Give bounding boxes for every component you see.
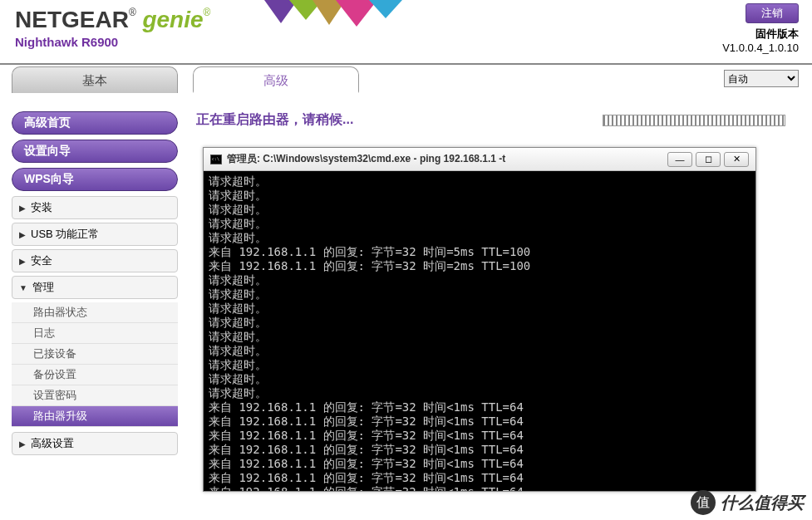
sidebar-wizard[interactable]: 设置向导 (12, 140, 178, 163)
close-button[interactable]: ✕ (724, 152, 749, 167)
tab-basic[interactable]: 基本 (12, 66, 178, 93)
brand-netgear: NETGEAR (15, 7, 129, 32)
sidebar-usb[interactable]: ▶USB 功能正常 (12, 223, 178, 246)
cmd-title-text: 管理员: C:\Windows\system32\cmd.exe - ping … (227, 152, 667, 166)
sidebar-admin-backup[interactable]: 备份设置 (12, 365, 178, 385)
logout-button[interactable]: 注销 (746, 3, 799, 23)
cmd-titlebar[interactable]: 管理员: C:\Windows\system32\cmd.exe - ping … (204, 148, 755, 171)
chevron-right-icon: ▶ (19, 204, 26, 213)
sidebar-adv-setup[interactable]: ▶高级设置 (12, 432, 178, 455)
chevron-down-icon: ▼ (19, 283, 27, 292)
watermark: 值 什么值得买 (691, 490, 804, 515)
firmware-label: 固件版本 (722, 27, 799, 42)
cmd-window: 管理员: C:\Windows\system32\cmd.exe - ping … (203, 147, 756, 492)
sidebar-home[interactable]: 高级首页 (12, 111, 178, 135)
language-select[interactable]: 自动 (724, 70, 799, 87)
sidebar-admin-attached[interactable]: 已接设备 (12, 344, 178, 365)
sidebar: 高级首页 设置向导 WPS向导 ▶安装 ▶USB 功能正常 ▶安全 ▼管理 路由… (12, 111, 178, 459)
sidebar-admin-status[interactable]: 路由器状态 (12, 302, 178, 323)
firmware-version: V1.0.0.4_1.0.10 (722, 42, 799, 54)
chevron-right-icon: ▶ (19, 230, 26, 239)
minimize-button[interactable]: — (667, 152, 692, 167)
model-name: Nighthawk R6900 (0, 35, 812, 49)
sidebar-admin-log[interactable]: 日志 (12, 323, 178, 344)
chevron-right-icon: ▶ (19, 439, 26, 449)
sidebar-install[interactable]: ▶安装 (12, 196, 178, 219)
brand-genie: genie (142, 7, 203, 32)
maximize-button[interactable]: ◻ (696, 152, 721, 167)
decorative-triangles (264, 0, 431, 32)
cmd-output: 请求超时。 请求超时。 请求超时。 请求超时。 请求超时。 来自 192.168… (204, 171, 755, 491)
reg-icon: ® (204, 7, 211, 18)
reg-icon: ® (129, 7, 136, 18)
svg-marker-4 (369, 0, 402, 18)
sidebar-admin[interactable]: ▼管理 (12, 276, 178, 299)
sidebar-wps[interactable]: WPS向导 (12, 168, 178, 191)
cmd-icon (210, 155, 222, 164)
svg-marker-3 (336, 0, 377, 27)
sidebar-admin-upgrade[interactable]: 路由器升级 (12, 406, 178, 427)
progress-bar (603, 115, 785, 126)
sidebar-security[interactable]: ▶安全 (12, 249, 178, 272)
tab-advanced[interactable]: 高级 (193, 66, 359, 93)
watermark-text: 什么值得买 (721, 492, 804, 514)
sidebar-admin-password[interactable]: 设置密码 (12, 385, 178, 406)
watermark-badge: 值 (691, 490, 716, 515)
chevron-right-icon: ▶ (19, 257, 26, 266)
